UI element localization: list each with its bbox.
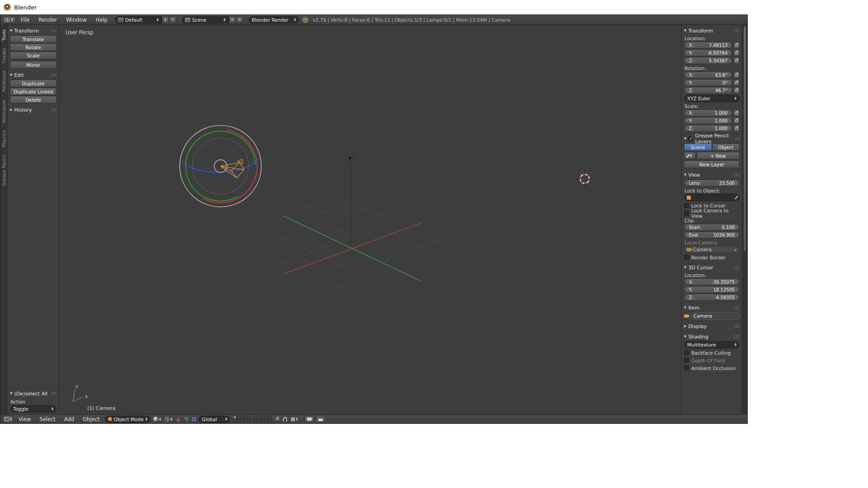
layer-cell[interactable] <box>241 416 244 419</box>
panel-header-edit[interactable]: Edit <box>10 71 57 79</box>
clip-end-field[interactable]: End: 1034.900 <box>684 231 740 239</box>
snap-toggle[interactable] <box>282 416 288 423</box>
scale-button[interactable]: Scale <box>10 52 57 59</box>
orientation-dropdown[interactable]: Global <box>198 416 230 423</box>
layer-cell[interactable] <box>244 416 247 419</box>
render-engine-dropdown[interactable]: Blender Render <box>249 16 299 23</box>
location-x-field[interactable]: X: 7.48113 <box>684 42 732 49</box>
layer-cell[interactable] <box>257 416 260 419</box>
lens-field[interactable]: Lens: 33.500 <box>684 179 740 187</box>
layers-group-1[interactable] <box>233 416 251 422</box>
shelf-tab-grease-pencil[interactable]: Grease Pencil <box>1 155 6 186</box>
layers-group-2[interactable] <box>254 416 271 422</box>
lock-rotation-x-button[interactable] <box>733 71 740 79</box>
layout-delete-button[interactable] <box>169 16 176 23</box>
panel-header-shading[interactable]: Shading <box>684 333 740 340</box>
panel-drag-dots[interactable] <box>51 29 57 33</box>
layer-cell[interactable] <box>261 419 264 422</box>
layout-dropdown[interactable]: Default <box>115 16 162 23</box>
lock-location-z-button[interactable] <box>733 57 740 64</box>
shading-mode-dropdown[interactable]: Multitexture <box>684 341 740 348</box>
opengl-render-button[interactable] <box>304 416 314 423</box>
clip-start-field[interactable]: Start: 0.100 <box>684 224 740 231</box>
shelf-tab-relations[interactable]: Relations <box>1 70 6 92</box>
layer-cell[interactable] <box>261 416 264 419</box>
panel-header-history[interactable]: History <box>10 106 57 113</box>
menu-render[interactable]: Render <box>34 15 61 24</box>
layer-cell[interactable] <box>241 419 244 422</box>
rotation-mode-dropdown[interactable]: XYZ Euler <box>684 95 740 102</box>
panel-header-transform-tools[interactable]: Transform <box>10 27 57 34</box>
panel-header-item[interactable]: Item <box>684 304 740 311</box>
backface-culling-checkbox-row[interactable]: Backface Culling <box>684 349 740 356</box>
scene-delete-button[interactable] <box>236 16 243 23</box>
layout-add-button[interactable] <box>162 16 169 23</box>
location-y-field[interactable]: Y: -6.50764 <box>684 49 732 56</box>
cursor-z-field[interactable]: Z: -4.58355 <box>684 294 740 301</box>
panel-drag-dots[interactable] <box>51 108 57 112</box>
lock-scale-x-button[interactable] <box>733 109 740 117</box>
menu-add[interactable]: Add <box>61 415 78 423</box>
panel-drag-dots[interactable] <box>735 137 740 141</box>
depth-of-field-checkbox-row[interactable]: Depth Of Field <box>684 357 740 364</box>
mirror-button[interactable]: Mirror <box>10 61 57 69</box>
lock-to-object-field[interactable] <box>684 194 740 201</box>
cursor-y-field[interactable]: Y: 18.12505 <box>684 286 740 293</box>
menu-help[interactable]: Help <box>92 15 112 24</box>
viewport-shading-dropdown[interactable] <box>152 416 162 423</box>
gp-source-object-button[interactable]: Object <box>712 143 740 151</box>
translate-button[interactable]: Translate <box>10 35 57 43</box>
layer-cell[interactable] <box>254 416 257 419</box>
layer-cell[interactable] <box>268 416 271 419</box>
panel-header-grease-pencil[interactable]: Grease Pencil Layers <box>684 135 740 142</box>
pivot-point-dropdown[interactable] <box>164 416 174 423</box>
action-toggle-dropdown[interactable]: Toggle <box>10 405 57 413</box>
rotation-y-field[interactable]: Y: 0° <box>684 79 732 86</box>
cursor-x-field[interactable]: X: -39.35075 <box>684 278 740 286</box>
lamp-object[interactable] <box>346 155 354 247</box>
properties-scrollbar[interactable] <box>742 25 747 414</box>
lock-scale-y-button[interactable] <box>733 117 740 124</box>
lock-camera-to-view-checkbox-row[interactable]: Lock Camera to View <box>684 210 740 216</box>
panel-drag-dots[interactable] <box>734 266 740 269</box>
viewport-canvas[interactable]: x y <box>59 25 681 414</box>
gp-datablock-dropdown[interactable] <box>684 152 696 160</box>
manipulator-translate-toggle[interactable] <box>175 416 181 423</box>
menu-window[interactable]: Window <box>62 15 90 24</box>
panel-header-3d-cursor[interactable]: 3D Cursor <box>684 264 740 271</box>
layer-cell[interactable] <box>233 416 236 419</box>
grease-pencil-checkbox[interactable] <box>688 136 693 141</box>
location-z-field[interactable]: Z: 5.34367 <box>684 57 732 64</box>
gp-new-button[interactable]: New <box>697 152 740 160</box>
layer-cell[interactable] <box>254 419 257 422</box>
layer-cell[interactable] <box>264 416 268 419</box>
clear-icon[interactable] <box>734 247 737 252</box>
menu-view[interactable]: View <box>15 415 34 423</box>
menu-select[interactable]: Select <box>36 415 59 423</box>
panel-drag-dots[interactable] <box>734 324 740 328</box>
rotation-z-field[interactable]: Z: 46.7° <box>684 87 732 94</box>
layer-cell[interactable] <box>248 416 251 419</box>
menu-object[interactable]: Object <box>79 415 103 423</box>
shelf-tab-animation[interactable]: Animation <box>1 99 6 123</box>
manipulator-rotate-toggle[interactable] <box>183 416 189 423</box>
gp-source-scene-button[interactable]: Scene <box>684 143 712 151</box>
scale-y-field[interactable]: Y: 1.000 <box>684 117 732 124</box>
panel-drag-dots[interactable] <box>734 306 740 310</box>
panel-header-display[interactable]: Display <box>684 323 740 330</box>
panel-header-transform[interactable]: Transform <box>684 27 740 34</box>
panel-drag-dots[interactable] <box>734 29 740 33</box>
lock-scale-z-button[interactable] <box>733 125 740 132</box>
rotate-button[interactable]: Rotate <box>10 43 57 51</box>
shelf-tab-physics[interactable]: Physics <box>1 130 6 147</box>
duplicate-button[interactable]: Duplicate <box>10 80 57 87</box>
camera-object[interactable] <box>173 118 268 214</box>
viewport-3d[interactable]: x y User Persp (1) Camera <box>59 25 681 414</box>
menu-file[interactable]: File <box>17 15 33 24</box>
scale-x-field[interactable]: X: 1.000 <box>684 109 732 117</box>
lock-rotation-z-button[interactable] <box>733 87 740 94</box>
scale-z-field[interactable]: Z: 1.000 <box>684 125 732 132</box>
layer-cell[interactable] <box>257 419 260 422</box>
panel-header-deselect-all[interactable]: (De)select All <box>10 390 57 397</box>
rotation-x-field[interactable]: X: 63.6° <box>684 71 732 79</box>
